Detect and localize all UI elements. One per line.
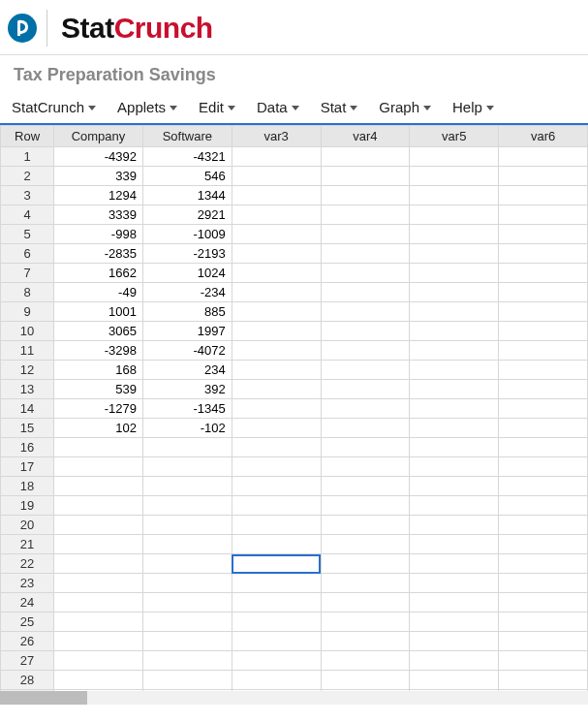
row-number[interactable]: 2 xyxy=(1,167,54,186)
data-cell[interactable] xyxy=(321,302,410,322)
data-cell[interactable] xyxy=(499,554,588,574)
column-header[interactable]: var5 xyxy=(410,126,499,147)
data-cell[interactable] xyxy=(232,632,321,651)
data-cell[interactable] xyxy=(499,225,588,244)
scrollbar-thumb[interactable] xyxy=(0,691,87,705)
data-cell[interactable] xyxy=(499,593,588,613)
data-cell[interactable] xyxy=(321,516,410,535)
data-cell[interactable] xyxy=(142,632,232,651)
data-cell[interactable] xyxy=(410,244,499,264)
data-cell[interactable]: -1345 xyxy=(142,399,232,419)
data-cell[interactable]: 168 xyxy=(54,361,143,380)
data-cell[interactable] xyxy=(232,535,321,554)
row-number[interactable]: 20 xyxy=(1,516,54,535)
data-cell[interactable]: 1997 xyxy=(142,322,232,341)
data-cell[interactable]: 1662 xyxy=(54,264,143,283)
data-cell[interactable]: 539 xyxy=(54,380,143,399)
data-cell[interactable]: 1294 xyxy=(54,186,143,205)
data-cell[interactable]: 546 xyxy=(142,167,232,186)
data-cell[interactable] xyxy=(54,574,143,593)
data-cell[interactable] xyxy=(321,477,410,496)
data-cell[interactable] xyxy=(54,438,143,457)
row-number[interactable]: 27 xyxy=(1,651,54,671)
data-cell[interactable] xyxy=(321,651,410,671)
data-cell[interactable] xyxy=(232,205,321,225)
data-cell[interactable] xyxy=(410,477,499,496)
row-number[interactable]: 17 xyxy=(1,457,54,477)
data-cell[interactable] xyxy=(232,593,321,613)
data-cell[interactable] xyxy=(232,399,321,419)
data-cell[interactable] xyxy=(232,516,321,535)
data-cell[interactable] xyxy=(410,322,499,341)
column-header[interactable]: var3 xyxy=(232,126,321,147)
data-cell[interactable] xyxy=(499,516,588,535)
row-number[interactable]: 3 xyxy=(1,186,54,205)
menu-help[interactable]: Help xyxy=(452,99,494,115)
data-cell[interactable] xyxy=(321,380,410,399)
data-cell[interactable]: 234 xyxy=(142,361,232,380)
data-cell[interactable] xyxy=(410,535,499,554)
data-cell[interactable]: 392 xyxy=(142,380,232,399)
data-cell[interactable] xyxy=(232,554,321,574)
data-cell[interactable] xyxy=(54,671,143,690)
data-cell[interactable] xyxy=(410,264,499,283)
data-cell[interactable] xyxy=(232,438,321,457)
data-cell[interactable] xyxy=(321,496,410,516)
data-cell[interactable] xyxy=(499,496,588,516)
data-cell[interactable] xyxy=(321,167,410,186)
row-number[interactable]: 4 xyxy=(1,205,54,225)
data-cell[interactable] xyxy=(321,205,410,225)
spreadsheet[interactable]: RowCompanySoftwarevar3var4var5var6 1-439… xyxy=(0,125,588,705)
column-header[interactable]: var4 xyxy=(321,126,410,147)
column-header[interactable]: Company xyxy=(54,126,143,147)
data-cell[interactable]: 3339 xyxy=(54,205,143,225)
data-cell[interactable] xyxy=(232,419,321,438)
row-number[interactable]: 15 xyxy=(1,419,54,438)
data-cell[interactable] xyxy=(410,651,499,671)
data-cell[interactable] xyxy=(54,651,143,671)
data-cell[interactable] xyxy=(321,671,410,690)
row-number[interactable]: 16 xyxy=(1,438,54,457)
data-cell[interactable] xyxy=(142,535,232,554)
data-cell[interactable] xyxy=(499,651,588,671)
data-cell[interactable] xyxy=(410,186,499,205)
data-cell[interactable] xyxy=(321,361,410,380)
data-cell[interactable] xyxy=(499,574,588,593)
data-cell[interactable] xyxy=(142,516,232,535)
menu-data[interactable]: Data xyxy=(257,99,299,115)
data-cell[interactable]: -1009 xyxy=(142,225,232,244)
data-cell[interactable] xyxy=(232,651,321,671)
data-cell[interactable]: 1024 xyxy=(142,264,232,283)
data-cell[interactable] xyxy=(410,554,499,574)
data-cell[interactable]: 1001 xyxy=(54,302,143,322)
row-number[interactable]: 5 xyxy=(1,225,54,244)
data-cell[interactable] xyxy=(410,516,499,535)
data-cell[interactable] xyxy=(232,244,321,264)
data-cell[interactable] xyxy=(410,341,499,361)
data-cell[interactable] xyxy=(499,361,588,380)
data-cell[interactable] xyxy=(54,496,143,516)
data-cell[interactable] xyxy=(321,554,410,574)
data-cell[interactable] xyxy=(321,593,410,613)
data-cell[interactable] xyxy=(410,457,499,477)
data-cell[interactable] xyxy=(142,671,232,690)
data-cell[interactable] xyxy=(499,264,588,283)
data-cell[interactable] xyxy=(142,457,232,477)
data-table[interactable]: RowCompanySoftwarevar3var4var5var6 1-439… xyxy=(0,125,588,705)
data-cell[interactable] xyxy=(321,225,410,244)
data-cell[interactable] xyxy=(321,283,410,302)
data-cell[interactable] xyxy=(321,399,410,419)
data-cell[interactable] xyxy=(499,457,588,477)
data-cell[interactable] xyxy=(54,554,143,574)
row-number[interactable]: 1 xyxy=(1,147,54,167)
row-number[interactable]: 18 xyxy=(1,477,54,496)
data-cell[interactable] xyxy=(321,264,410,283)
data-cell[interactable] xyxy=(499,341,588,361)
data-cell[interactable]: -49 xyxy=(54,283,143,302)
data-cell[interactable] xyxy=(499,671,588,690)
data-cell[interactable] xyxy=(54,516,143,535)
data-cell[interactable] xyxy=(499,283,588,302)
row-number[interactable]: 24 xyxy=(1,593,54,613)
data-cell[interactable] xyxy=(410,419,499,438)
data-cell[interactable] xyxy=(321,613,410,632)
